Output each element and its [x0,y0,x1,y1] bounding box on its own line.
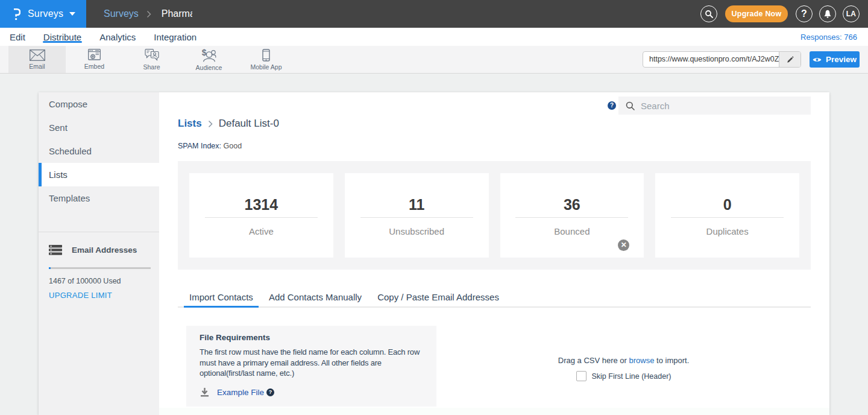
svg-text:$: $ [202,48,207,57]
